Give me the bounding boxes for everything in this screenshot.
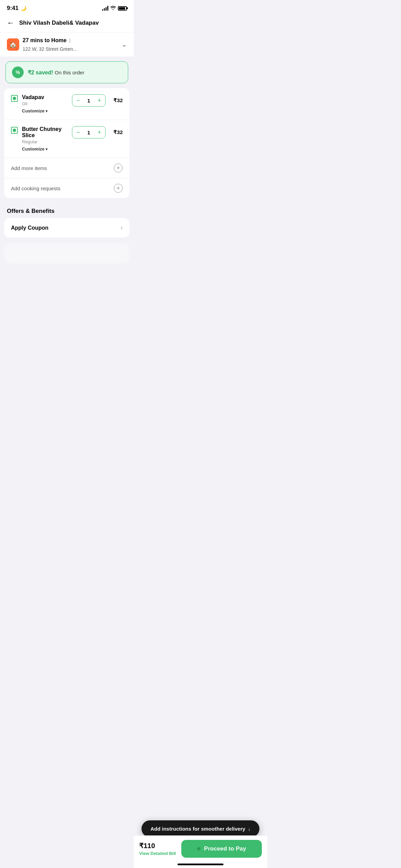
- item-variant: Regular: [22, 139, 68, 144]
- veg-icon: [11, 95, 18, 102]
- status-bar: 9:41 🌙: [0, 0, 134, 14]
- status-icons: [102, 6, 127, 11]
- delivery-time: 27 mins to Home: [23, 37, 66, 44]
- qty-display: 1: [84, 130, 94, 135]
- add-cooking-icon[interactable]: +: [114, 184, 123, 193]
- delivery-divider: |: [69, 38, 71, 43]
- item-variant: Oil: [22, 101, 68, 106]
- increase-qty-button[interactable]: +: [94, 95, 105, 106]
- cart-item: Vadapav Oil Customize ▾ − 1 + ₹32: [4, 88, 130, 120]
- signal-icon: [102, 6, 108, 11]
- item-details: Butter Chutney Slice Regular Customize ▾: [22, 126, 68, 152]
- delivery-info: 27 mins to Home | 122 W, 32 Street Green…: [23, 37, 118, 52]
- wifi-icon: [110, 6, 116, 11]
- savings-text: ₹2 saved! On this order: [28, 69, 84, 76]
- decrease-qty-button[interactable]: −: [72, 126, 84, 138]
- item-price: ₹32: [110, 129, 123, 135]
- home-icon: 🏠: [7, 38, 19, 51]
- chevron-right-icon: ›: [121, 224, 123, 231]
- discount-icon: %: [12, 67, 24, 78]
- item-details: Vadapav Oil Customize ▾: [22, 94, 68, 113]
- chevron-down-icon[interactable]: ⌄: [122, 41, 127, 48]
- qty-control: − 1 +: [72, 126, 106, 138]
- item-qty-price: − 1 + ₹32: [72, 126, 123, 138]
- moon-icon: 🌙: [21, 5, 26, 11]
- add-cooking-requests-row[interactable]: Add cooking requests +: [4, 178, 130, 198]
- qty-control: − 1 +: [72, 94, 106, 107]
- offers-section-title: Offers & Benefits: [0, 202, 134, 218]
- increase-qty-button[interactable]: +: [94, 126, 105, 138]
- decrease-qty-button[interactable]: −: [72, 95, 84, 106]
- item-qty-price: − 1 + ₹32: [72, 94, 123, 107]
- back-button[interactable]: ←: [7, 19, 14, 27]
- cart-card: Vadapav Oil Customize ▾ − 1 + ₹32 Butter…: [4, 88, 130, 198]
- delivery-row[interactable]: 🏠 27 mins to Home | 122 W, 32 Street Gre…: [0, 33, 134, 57]
- add-more-items-label: Add more items: [11, 165, 47, 171]
- add-cooking-label: Add cooking requests: [11, 185, 60, 191]
- qty-display: 1: [84, 98, 94, 104]
- coupon-label: Apply Coupon: [11, 225, 48, 231]
- add-more-items-icon[interactable]: +: [114, 164, 123, 172]
- blurred-card-placeholder: [4, 243, 130, 264]
- cart-item: Butter Chutney Slice Regular Customize ▾…: [4, 120, 130, 158]
- header: ← Shiv Vilash Dabeli& Vadapav: [0, 14, 134, 33]
- savings-banner: % ₹2 saved! On this order: [5, 61, 128, 83]
- battery-icon: [118, 6, 127, 11]
- item-name: Vadapav: [22, 94, 68, 100]
- customize-button[interactable]: Customize ▾: [22, 146, 68, 152]
- item-name: Butter Chutney Slice: [22, 126, 68, 138]
- item-price: ₹32: [110, 97, 123, 104]
- delivery-address: 122 W, 32 Street Green...: [23, 46, 77, 52]
- status-time: 9:41: [7, 5, 19, 12]
- page-title: Shiv Vilash Dabeli& Vadapav: [19, 20, 99, 26]
- veg-icon: [11, 127, 18, 134]
- apply-coupon-card[interactable]: Apply Coupon ›: [4, 218, 130, 238]
- add-more-items-row[interactable]: Add more items +: [4, 158, 130, 178]
- customize-button[interactable]: Customize ▾: [22, 108, 68, 113]
